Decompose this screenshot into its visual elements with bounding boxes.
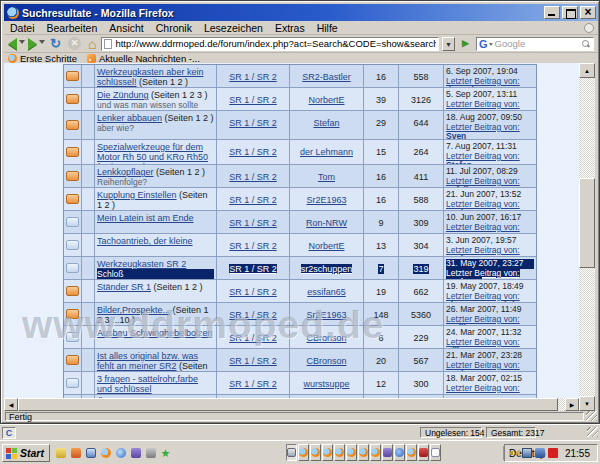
reload-button[interactable]: ↻ [50, 37, 61, 50]
author-link[interactable]: Sr2E1963 [306, 310, 346, 320]
firefox-taskbar-button[interactable] [322, 444, 333, 461]
last-post-author-link[interactable]: der Lehmann [446, 85, 499, 87]
back-dropdown-icon[interactable] [19, 40, 25, 47]
author-link[interactable]: der Lehmann [300, 147, 353, 157]
avira-tray-icon[interactable] [548, 448, 559, 459]
vertical-scroll-thumb[interactable] [579, 178, 595, 268]
last-post-author-link[interactable]: apfelbaum [446, 185, 489, 187]
forum-link[interactable]: SR 1 / SR 2 [229, 95, 277, 105]
last-post-prefix-link[interactable]: Letzter Beitrag von: [446, 176, 520, 186]
scroll-down-button[interactable]: ▼ [579, 396, 595, 411]
last-post-author-link[interactable]: NorbertE [446, 208, 482, 210]
author-link[interactable]: essifan65 [307, 287, 346, 297]
last-post-author-link[interactable]: NorbertE [446, 277, 482, 279]
topic-pages[interactable]: (Seiten 1 2 ) [165, 113, 214, 123]
forum-link[interactable]: SR 1 / SR 2 [229, 147, 277, 157]
last-post-author-link[interactable]: Hille [446, 346, 464, 348]
topic-pages[interactable]: (Seiten 1 2 3 ) [151, 90, 208, 100]
search-engine-dropdown-icon[interactable] [489, 43, 493, 48]
forum-link[interactable]: SR 1 / SR 2 [229, 241, 277, 251]
start-button[interactable]: Start [2, 444, 50, 462]
vertical-scrollbar[interactable]: ▲ ▼ [579, 63, 595, 411]
url-dropdown-button[interactable]: ▼ [442, 37, 455, 51]
last-post-author-link[interactable]: Toni [446, 369, 463, 371]
resize-grip[interactable] [586, 411, 597, 421]
scroll-left-button[interactable]: ◀ [4, 398, 18, 411]
firefox-quicklaunch-button[interactable] [99, 445, 112, 460]
menu-ansicht[interactable]: Ansicht [103, 21, 149, 35]
word-taskbar-button[interactable] [430, 444, 441, 461]
last-post-prefix-link[interactable]: Letzter Beitrag von: [446, 337, 520, 347]
last-post-prefix-link[interactable]: Letzter Beitrag von: [446, 360, 520, 370]
menu-lesezeichen[interactable]: Lesezeichen [198, 21, 269, 35]
menu-extras[interactable]: Extras [269, 21, 311, 35]
forum-link[interactable]: SR 1 / SR 2 [229, 172, 277, 182]
topic-title-link[interactable]: Tachoantrieb, der kleine [97, 236, 193, 246]
horizontal-scrollbar[interactable]: ◀ ▶ [4, 398, 579, 411]
topic-title-link[interactable]: Spezialwerkzeuge für dem Motor Rh 50 und… [97, 142, 208, 162]
horizontal-scroll-thumb[interactable] [18, 398, 558, 411]
firefox-taskbar-button[interactable] [370, 444, 381, 461]
author-link[interactable]: Sr2E1963 [306, 195, 346, 205]
background-resize-grip[interactable] [587, 427, 598, 437]
forum-link[interactable]: SR 1 / SR 2 [229, 218, 277, 228]
maximize-button[interactable] [562, 6, 578, 19]
topic-pages[interactable]: (Seiten 1 2 ) [154, 282, 203, 292]
home-button[interactable]: ⌂ [88, 37, 96, 51]
topic-title-link[interactable]: Kupplung Einstellen [97, 190, 177, 200]
forum-link[interactable]: SR 1 / SR 2 [229, 379, 277, 389]
last-post-prefix-link[interactable]: Letzter Beitrag von: [446, 199, 520, 209]
firefox-taskbar-button[interactable] [358, 444, 369, 461]
last-post-prefix-link[interactable]: Letzter Beitrag von: [446, 99, 520, 109]
search-icon[interactable] [581, 39, 591, 49]
messenger-quicklaunch-button[interactable] [129, 445, 142, 460]
topic-pages[interactable]: (Seiten 1 2 ) [139, 77, 188, 87]
player-quicklaunch-button[interactable] [144, 445, 157, 460]
url-bar[interactable]: http://www.ddrmoped.de/forum/index.php?a… [101, 37, 439, 51]
last-post-author-link[interactable]: Stefan [446, 160, 472, 164]
stop-button[interactable]: ✕ [68, 37, 81, 50]
firefox-taskbar-button[interactable] [346, 444, 357, 461]
topic-title-link[interactable]: Mein Latein ist am Ende [97, 213, 194, 223]
last-post-author-link[interactable]: Sven [446, 131, 466, 139]
author-link[interactable]: CBronson [306, 333, 346, 343]
search-placeholder[interactable]: Google [495, 38, 581, 49]
topic-title-link[interactable]: Lenkkopflager [97, 167, 154, 177]
globe-quicklaunch-button[interactable] [114, 445, 127, 460]
last-post-prefix-link[interactable]: Letzter Beitrag von: [446, 245, 520, 255]
scroll-right-button[interactable]: ▶ [565, 398, 579, 411]
author-link[interactable]: SR2-Bastler [302, 72, 351, 82]
author-link[interactable]: NorbertE [308, 241, 344, 251]
title-bar[interactable]: Suchresultate - Mozilla Firefox [4, 4, 598, 21]
menu-datei[interactable]: Datei [4, 21, 41, 35]
go-button[interactable]: ▶ [458, 37, 473, 51]
last-post-prefix-link[interactable]: Letzter Beitrag von: [446, 76, 520, 86]
last-post-author-link[interactable]: andib558 [446, 323, 483, 325]
topic-title-link[interactable]: Werkzeugkasten SR 2 [97, 259, 186, 269]
last-post-author-link[interactable]: wurstsuppe [446, 392, 494, 394]
author-link[interactable]: Ron-NRW [306, 218, 347, 228]
last-post-prefix-link[interactable]: Letzter Beitrag von: [446, 222, 520, 232]
acrobat-taskbar-button[interactable] [418, 444, 429, 461]
topic-title-link[interactable]: Ausbau Schwinghebelbolzen [97, 328, 213, 338]
last-post-author-link[interactable]: Tom [446, 108, 463, 110]
forum-link[interactable]: SR 1 / SR 2 [229, 118, 277, 128]
firefox-taskbar-button[interactable] [298, 444, 309, 461]
forward-button[interactable] [28, 38, 45, 50]
last-post-prefix-link[interactable]: Letzter Beitrag von: [446, 383, 520, 393]
google-logo-icon[interactable]: G [479, 38, 488, 50]
url-text[interactable]: http://www.ddrmoped.de/forum/index.php?a… [115, 38, 436, 49]
show-desktop-quicklaunch-button[interactable] [84, 445, 97, 460]
forum-link[interactable]: SR 1 / SR 2 [229, 72, 277, 82]
last-post-prefix-link[interactable]: Letzter Beitrag von: [446, 314, 520, 324]
last-post-prefix-link[interactable]: Letzter Beitrag von: [446, 122, 520, 132]
firefox-taskbar-button[interactable] [406, 444, 417, 461]
back-button[interactable] [8, 38, 25, 50]
last-post-prefix-link[interactable]: Letzter Beitrag von: [446, 151, 520, 161]
last-post-author-link[interactable]: Ron-NRW [446, 231, 486, 233]
network-tray-icon[interactable] [535, 448, 546, 459]
topic-title-link[interactable]: Bilder,Prospekte... [97, 305, 170, 315]
search-box[interactable]: G Google [476, 37, 594, 51]
last-post-prefix-link[interactable]: Letzter Beitrag von: [446, 268, 520, 278]
forum-link[interactable]: SR 1 / SR 2 [229, 333, 277, 343]
